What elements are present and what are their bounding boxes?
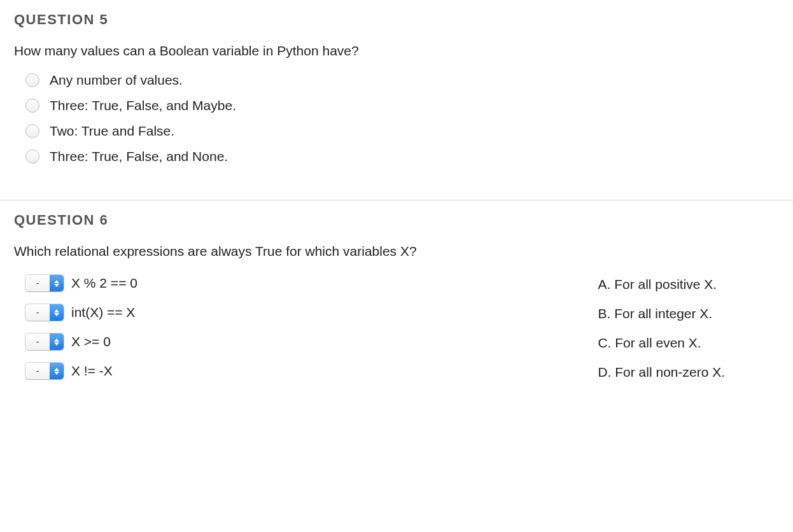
match-row-0: - X % 2 == 0: [25, 273, 572, 293]
match-answer-a: A. For all positive X.: [598, 274, 793, 295]
chevron-up-icon: [54, 339, 59, 342]
match-expr-0: X % 2 == 0: [71, 276, 137, 291]
question-5-title: QUESTION 5: [14, 11, 779, 28]
q5-option-0[interactable]: Any number of values.: [25, 73, 779, 88]
q5-option-3[interactable]: Three: True, False, and None.: [25, 149, 779, 164]
q5-option-2[interactable]: Two: True and False.: [25, 123, 779, 139]
radio-icon[interactable]: [25, 150, 39, 164]
match-left-column: - X % 2 == 0 - int(X) == X: [14, 273, 572, 391]
match-select-1[interactable]: -: [25, 304, 64, 321]
match-select-1-value: -: [25, 304, 50, 321]
stepper-icon[interactable]: [50, 275, 64, 291]
stepper-icon[interactable]: [50, 363, 64, 379]
match-answer-c: C. For all even X.: [598, 333, 793, 353]
question-6-prompt: Which relational expressions are always …: [14, 244, 779, 259]
match-answer-b: B. For all integer X.: [598, 304, 793, 324]
match-expr-3: X != -X: [71, 363, 113, 379]
q5-option-1-label: Three: True, False, and Maybe.: [50, 98, 236, 113]
chevron-down-icon: [54, 313, 59, 316]
matching-area: - X % 2 == 0 - int(X) == X: [14, 273, 779, 391]
match-expr-1: int(X) == X: [71, 305, 135, 320]
radio-icon[interactable]: [25, 73, 39, 87]
match-row-2: - X >= 0: [25, 332, 572, 352]
question-5-prompt: How many values can a Boolean variable i…: [14, 43, 779, 59]
q5-option-0-label: Any number of values.: [50, 73, 183, 88]
question-6-title: QUESTION 6: [14, 212, 779, 228]
match-select-3-value: -: [25, 363, 50, 379]
match-select-3[interactable]: -: [25, 363, 64, 379]
chevron-down-icon: [54, 342, 59, 346]
chevron-up-icon: [54, 309, 59, 312]
chevron-up-icon: [54, 280, 59, 283]
match-select-0[interactable]: -: [25, 275, 64, 291]
chevron-up-icon: [54, 368, 59, 371]
radio-icon[interactable]: [25, 124, 39, 138]
q5-option-1[interactable]: Three: True, False, and Maybe.: [25, 98, 779, 113]
match-right-column: A. For all positive X. B. For all intege…: [598, 273, 793, 391]
stepper-icon[interactable]: [50, 333, 64, 350]
q5-option-2-label: Two: True and False.: [50, 123, 174, 139]
match-row-1: - int(X) == X: [25, 302, 572, 323]
stepper-icon[interactable]: [50, 304, 64, 321]
match-select-0-value: -: [25, 275, 50, 291]
match-select-2-value: -: [25, 333, 50, 350]
chevron-down-icon: [54, 372, 59, 375]
match-expr-2: X >= 0: [71, 334, 111, 349]
question-6-block: QUESTION 6 Which relational expressions …: [0, 200, 793, 417]
radio-icon[interactable]: [25, 99, 39, 113]
q5-option-3-label: Three: True, False, and None.: [50, 149, 228, 164]
question-5-block: QUESTION 5 How many values can a Boolean…: [0, 0, 793, 200]
chevron-down-icon: [54, 284, 59, 287]
match-row-3: - X != -X: [25, 361, 572, 381]
match-select-2[interactable]: -: [25, 333, 64, 350]
match-answer-d: D. For all non-zero X.: [598, 362, 793, 382]
